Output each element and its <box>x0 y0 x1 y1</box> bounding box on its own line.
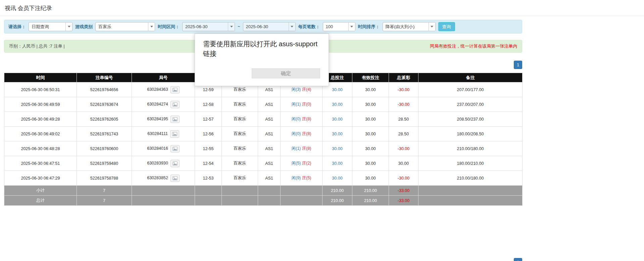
cell-total-bet-link[interactable]: 30.00 <box>323 141 352 156</box>
cell-table-code: AS1 <box>258 112 281 127</box>
cell-valid-bet: 30.00 <box>352 156 389 171</box>
cell-shoe-round: 12-55 <box>195 141 222 156</box>
game-category-dropdown[interactable]: 百家乐 <box>95 22 155 31</box>
cell-total-bet-link[interactable]: 30.00 <box>323 127 352 141</box>
cell-bet-id: 522619759480 <box>77 156 132 171</box>
date-to-input[interactable]: 2025-06-30 <box>243 22 296 31</box>
footer-total-bet: 210.00 <box>323 196 352 206</box>
filter-bar: 请选择： 日期查询 游戏类别 百家乐 时间区间： 2025-06-30 ~ 20… <box>4 20 522 34</box>
cell-remark: 207.00/177.00 <box>418 82 523 97</box>
round-result-icon[interactable] <box>170 116 180 123</box>
player-result: 闲(1) <box>291 102 301 107</box>
cell-payout: -30.00 <box>389 141 418 156</box>
cell-time: 2025-06-30 06:49:59 <box>4 97 77 112</box>
sort-value: 降幂(由大到小) <box>383 22 429 31</box>
footer-empty-cell <box>132 186 195 196</box>
chevron-down-icon[interactable] <box>228 22 235 31</box>
round-result-icon[interactable] <box>170 130 179 138</box>
table-row: 2025-06-30 06:49:28522619762605630284195… <box>4 112 523 127</box>
chevron-down-icon[interactable] <box>348 22 355 31</box>
table-row: 2025-06-30 06:47:29522619758788630283852… <box>4 171 523 186</box>
cell-round-number: 630284016 <box>132 141 195 156</box>
table-row: 2025-06-30 06:49:02522619761743630284111… <box>4 127 523 141</box>
per-page-input[interactable]: 100 <box>323 22 355 31</box>
chevron-down-icon[interactable] <box>148 22 155 31</box>
cell-game-result: 闲(5) 庄(2) <box>281 156 323 171</box>
cell-remark: 237.00/207.00 <box>418 97 523 112</box>
page-button-1[interactable]: 1 <box>514 258 522 261</box>
select-type-value: 日期查询 <box>29 22 65 31</box>
cell-time: 2025-06-30 06:47:51 <box>4 156 77 171</box>
select-type-label: 请选择： <box>8 24 26 30</box>
round-result-icon[interactable] <box>170 160 180 167</box>
cell-time: 2025-06-30 06:47:29 <box>4 171 77 186</box>
cell-valid-bet: 30.00 <box>352 127 389 141</box>
cell-payout: 30.00 <box>389 156 418 171</box>
cell-bet-id: 522619763674 <box>77 97 132 112</box>
round-result-icon[interactable] <box>170 101 180 108</box>
footer-label: 总计 <box>4 196 77 206</box>
cell-total-bet-link[interactable]: 30.00 <box>323 112 352 127</box>
chevron-down-icon[interactable] <box>65 22 72 31</box>
cell-payout: -30.00 <box>389 97 418 112</box>
cell-total-bet-link[interactable]: 30.00 <box>323 171 352 186</box>
search-button[interactable]: 查询 <box>438 22 455 31</box>
cell-remark: 208.50/237.00 <box>418 112 523 127</box>
cell-game: 百家乐 <box>222 97 258 112</box>
footer-empty-cell <box>258 186 281 196</box>
cell-valid-bet: 30.00 <box>352 112 389 127</box>
cell-payout: 28.50 <box>389 127 418 141</box>
column-header: 局号 <box>132 73 195 82</box>
cell-bet-id: 522619762605 <box>77 112 132 127</box>
main-content: 请选择： 日期查询 游戏类别 百家乐 时间区间： 2025-06-30 ~ 20… <box>4 20 522 261</box>
footer-empty-cell <box>418 196 523 206</box>
date-from-value: 2025-06-30 <box>183 22 228 31</box>
sort-label: 时间排序： <box>358 24 380 30</box>
cell-bet-id: 522619760600 <box>77 141 132 156</box>
cell-payout: 28.50 <box>389 112 418 127</box>
cell-total-bet-link[interactable]: 30.00 <box>323 97 352 112</box>
cell-total-bet-link[interactable]: 30.00 <box>323 156 352 171</box>
chevron-down-icon[interactable] <box>429 22 435 31</box>
table-row: 2025-06-30 06:47:51522619759480630283930… <box>4 156 523 171</box>
footer-valid-bet: 210.00 <box>352 186 389 196</box>
round-result-icon[interactable] <box>170 175 180 182</box>
cell-valid-bet: 30.00 <box>352 171 389 186</box>
footer-valid-bet: 210.00 <box>352 196 389 206</box>
footer-empty-cell <box>418 186 523 196</box>
banker-result: 庄(8) <box>302 146 311 151</box>
page-title: 视讯 会员下注纪录 <box>5 4 640 12</box>
note-warning: 同局有效投注，统一计算在该局第一张注单内 <box>430 43 517 49</box>
cell-time: 2025-06-30 06:49:02 <box>4 127 77 141</box>
cell-round-number: 630284274 <box>132 97 195 112</box>
cell-game: 百家乐 <box>222 112 258 127</box>
cell-round-number: 630284111 <box>132 127 195 141</box>
column-header: 注单编号 <box>77 73 132 82</box>
cell-table-code: AS1 <box>258 171 281 186</box>
footer-label: 小计 <box>4 186 77 196</box>
page-button-1[interactable]: 1 <box>514 61 522 69</box>
cell-payout: -30.00 <box>389 171 418 186</box>
cell-bet-id: 522619761743 <box>77 127 132 141</box>
footer-empty-cell <box>132 196 195 206</box>
chevron-down-icon[interactable] <box>289 22 295 31</box>
dialog-ok-button[interactable]: 确定 <box>252 68 320 78</box>
cell-game-result: 闲(0) 庄(8) <box>281 112 323 127</box>
sort-dropdown[interactable]: 降幂(由大到小) <box>383 22 436 31</box>
cell-table-code: AS1 <box>258 156 281 171</box>
column-header: 总派彩 <box>389 73 418 82</box>
round-result-icon[interactable] <box>170 86 180 93</box>
footer-total-bet: 210.00 <box>323 186 352 196</box>
round-result-icon[interactable] <box>170 145 180 152</box>
date-from-input[interactable]: 2025-06-30 <box>182 22 235 31</box>
round-number: 630284363 <box>147 87 168 92</box>
cell-round-number: 630283930 <box>132 156 195 171</box>
system-dialog: 需要使用新应用以打开此 asus-support 链接 确定 <box>195 34 329 86</box>
table-footer-row: 小计7210.00210.00-33.00 <box>4 186 523 196</box>
player-result: 闲(3) <box>291 87 301 92</box>
page-header: 视讯 会员下注纪录 <box>0 0 644 16</box>
round-number: 630284195 <box>147 117 168 121</box>
player-result: 闲(1) <box>291 146 301 151</box>
banker-result: 庄(8) <box>302 117 311 121</box>
select-type-dropdown[interactable]: 日期查询 <box>29 22 72 31</box>
